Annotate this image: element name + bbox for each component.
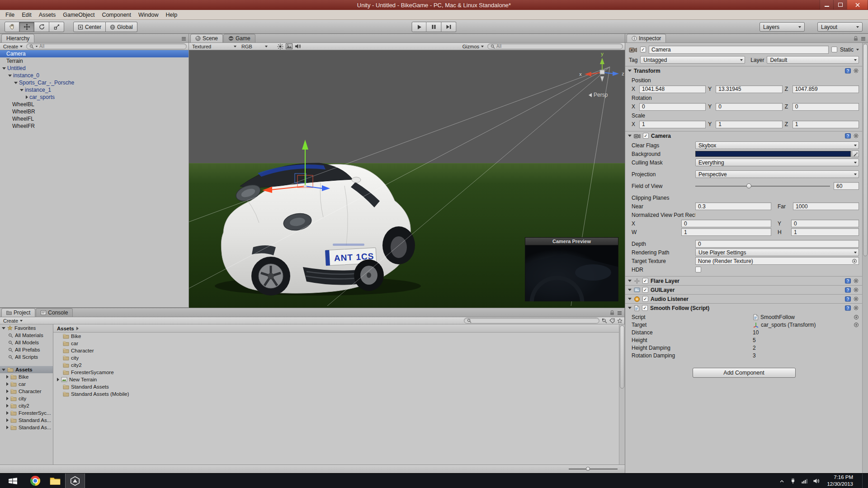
foldout-open-icon[interactable] (628, 135, 632, 137)
gameobject-name-field[interactable]: Camera (649, 46, 829, 54)
layer-dropdown[interactable]: Default (767, 56, 859, 64)
favorite-all-scripts[interactable]: All Scripts (0, 353, 53, 361)
show-desktop-button[interactable] (862, 474, 866, 488)
position-x-field[interactable]: 1041.548 (639, 85, 706, 93)
hierarchy-item-terrain[interactable]: Terrain (0, 57, 189, 65)
smooth-follow-script-rotation-damping-value[interactable]: 3 (753, 352, 859, 359)
foldout-open-icon[interactable] (628, 70, 632, 72)
clipping-far-field[interactable]: 1000 (793, 202, 859, 210)
gizmos-dropdown[interactable]: Gizmos (461, 44, 485, 49)
tab-console[interactable]: Console (36, 308, 73, 317)
component-header-guilayer[interactable]: ✓GUILayer (625, 285, 863, 294)
component-header-smooth-follow-script[interactable]: ✓Smooth Follow (Script) (625, 303, 863, 312)
menu-file[interactable]: File (2, 11, 18, 19)
foldout-open-icon[interactable] (628, 280, 632, 282)
tree-folder-bike[interactable]: Bike (0, 373, 53, 380)
foldout-closed-icon[interactable] (57, 378, 59, 381)
position-z-field[interactable]: 1047.859 (793, 85, 859, 93)
foldout-open-icon[interactable] (14, 82, 18, 84)
tab-hierarchy[interactable]: Hierarchy (1, 34, 34, 42)
scene-orientation-gizmo[interactable]: y x z (579, 51, 624, 82)
smooth-follow-script-script-value[interactable]: SmoothFollow (753, 314, 859, 320)
rendering-path-dropdown[interactable]: Use Player Settings (695, 249, 859, 256)
help-icon[interactable] (845, 287, 851, 293)
play-button[interactable] (412, 22, 427, 32)
component-enabled-checkbox[interactable]: ✓ (642, 296, 648, 302)
position-y-field[interactable]: 13.31945 (716, 85, 782, 93)
tree-folder-standard-as[interactable]: Standard As... (0, 424, 53, 431)
favorites-header[interactable]: Favorites (0, 324, 53, 332)
favorite-all-models[interactable]: All Models (0, 339, 53, 346)
move-tool-button[interactable] (19, 22, 34, 32)
volume-icon[interactable] (813, 478, 820, 484)
foldout-open-icon[interactable] (8, 75, 12, 77)
pause-button[interactable] (427, 22, 442, 32)
foldout-closed-icon[interactable] (6, 411, 9, 415)
project-scrollbar[interactable] (619, 324, 625, 465)
help-icon[interactable] (845, 296, 851, 302)
help-icon[interactable] (845, 133, 851, 139)
tab-scene[interactable]: Scene (190, 34, 223, 42)
project-search-input[interactable] (464, 318, 599, 324)
component-header-camera[interactable]: ✓Camera (625, 131, 863, 140)
favorite-search-icon[interactable] (617, 318, 623, 324)
foldout-open-icon[interactable] (628, 289, 632, 291)
hierarchy-item-wheelbl[interactable]: WheelBL (0, 101, 189, 108)
target-texture-object-field[interactable]: None (Render Texture) (695, 257, 859, 265)
minimize-button[interactable] (820, 0, 833, 9)
hdr-checkbox[interactable] (695, 267, 701, 272)
hierarchy-item-camera[interactable]: Camera (0, 50, 189, 57)
tab-project[interactable]: Project (1, 308, 35, 317)
background-color-field[interactable] (695, 151, 851, 157)
tree-folder-character[interactable]: Character (0, 388, 53, 395)
lock-icon[interactable] (853, 36, 859, 41)
object-picker-icon[interactable] (852, 258, 857, 264)
network-icon[interactable] (802, 478, 808, 483)
clipping-near-field[interactable]: 0.3 (695, 202, 771, 210)
foldout-open-icon[interactable] (20, 89, 24, 91)
hierarchy-item-wheelfr[interactable]: WheelFR (0, 122, 189, 130)
menu-component[interactable]: Component (98, 11, 135, 19)
panel-menu-icon[interactable] (861, 36, 866, 41)
gear-icon[interactable] (853, 133, 859, 139)
scale-y-field[interactable]: 1 (716, 121, 782, 128)
asset-city[interactable]: city (53, 354, 625, 361)
help-icon[interactable] (845, 68, 851, 74)
shading-mode-dropdown[interactable]: Textured (191, 44, 238, 49)
search-by-label-icon[interactable] (609, 318, 615, 324)
inspector-scrollbar[interactable] (862, 43, 868, 473)
scene-viewport[interactable]: ANT 1CS (189, 50, 625, 308)
component-enabled-checkbox[interactable]: ✓ (642, 278, 648, 284)
tray-expand-icon[interactable] (779, 479, 784, 483)
asset-character[interactable]: Character (53, 347, 625, 354)
asset-standard-assets[interactable]: Standard Assets (53, 383, 625, 390)
step-button[interactable] (442, 22, 457, 32)
hierarchy-create-dropdown[interactable]: Create (2, 44, 24, 49)
gear-icon[interactable] (853, 296, 859, 302)
hierarchy-item-untitled[interactable]: Untitled (0, 65, 189, 72)
search-by-type-icon[interactable] (602, 318, 607, 324)
hierarchy-search-input[interactable]: All (26, 43, 187, 49)
scene-audio-icon[interactable] (295, 43, 301, 49)
gear-icon[interactable] (853, 278, 859, 284)
hand-tool-button[interactable] (5, 22, 19, 32)
menu-assets[interactable]: Assets (35, 11, 60, 19)
static-dropdown-icon[interactable] (856, 49, 859, 51)
zoom-slider-thumb[interactable] (586, 467, 590, 471)
projection-mode-label[interactable]: Persp (589, 92, 608, 98)
tree-folder-forestersyc[interactable]: ForesterSyc... (0, 409, 53, 417)
space-toggle-button[interactable]: Global (106, 22, 137, 32)
tag-dropdown[interactable]: Untagged (640, 56, 745, 64)
scale-z-field[interactable]: 1 (793, 121, 859, 128)
tree-folder-standard-as[interactable]: Standard As... (0, 417, 53, 424)
layout-dropdown[interactable]: Layout (817, 22, 863, 32)
hierarchy-item-wheelfl[interactable]: WheelFL (0, 115, 189, 122)
hierarchy-item-instance-1[interactable]: instance_1 (0, 86, 189, 94)
tree-folder-city2[interactable]: city2 (0, 402, 53, 409)
foldout-closed-icon[interactable] (6, 382, 9, 386)
hierarchy-item-wheelbr[interactable]: WheelBR (0, 108, 189, 115)
component-enabled-checkbox[interactable]: ✓ (643, 133, 649, 139)
object-picker-icon[interactable] (854, 322, 859, 328)
field-of-view-slider[interactable] (695, 182, 830, 190)
unity-taskbar-icon[interactable] (65, 474, 85, 488)
